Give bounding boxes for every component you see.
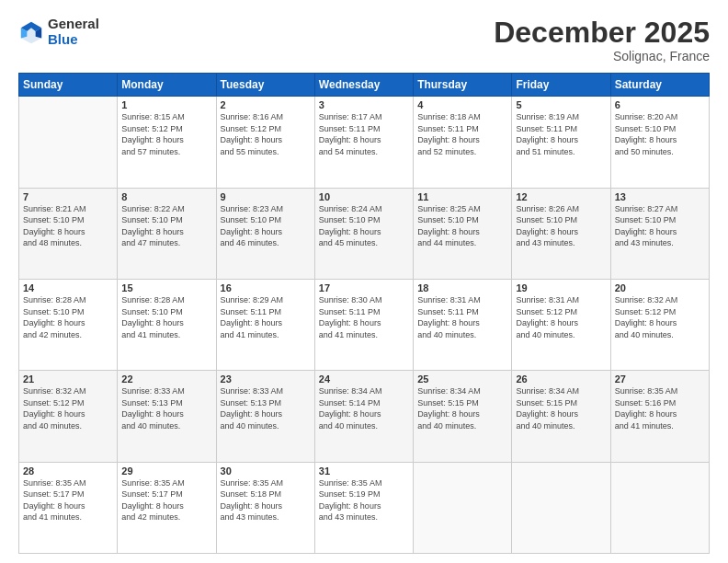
day-number: 13	[615, 191, 705, 202]
day-info: Sunrise: 8:20 AM Sunset: 5:10 PM Dayligh…	[615, 111, 705, 157]
day-number: 28	[23, 465, 113, 477]
calendar-cell: 15Sunrise: 8:28 AM Sunset: 5:10 PM Dayli…	[118, 279, 216, 370]
day-info: Sunrise: 8:21 AM Sunset: 5:10 PM Dayligh…	[23, 203, 113, 249]
day-info: Sunrise: 8:25 AM Sunset: 5:10 PM Dayligh…	[417, 203, 507, 249]
day-info: Sunrise: 8:23 AM Sunset: 5:10 PM Dayligh…	[221, 203, 311, 249]
day-number: 9	[221, 191, 311, 202]
day-info: Sunrise: 8:29 AM Sunset: 5:11 PM Dayligh…	[221, 294, 311, 340]
calendar-cell: 27Sunrise: 8:35 AM Sunset: 5:16 PM Dayli…	[610, 371, 709, 462]
day-info: Sunrise: 8:24 AM Sunset: 5:10 PM Dayligh…	[319, 203, 409, 249]
day-number: 30	[221, 465, 311, 477]
calendar-cell: 25Sunrise: 8:34 AM Sunset: 5:15 PM Dayli…	[414, 371, 512, 462]
day-number: 14	[23, 282, 113, 293]
day-info: Sunrise: 8:28 AM Sunset: 5:10 PM Dayligh…	[23, 294, 113, 340]
calendar-cell: 9Sunrise: 8:23 AM Sunset: 5:10 PM Daylig…	[216, 188, 314, 279]
day-number: 12	[516, 191, 606, 202]
calendar-cell: 24Sunrise: 8:34 AM Sunset: 5:14 PM Dayli…	[314, 371, 413, 462]
subtitle: Solignac, France	[494, 49, 710, 63]
calendar-header-row: SundayMondayTuesdayWednesdayThursdayFrid…	[19, 74, 710, 97]
day-info: Sunrise: 8:27 AM Sunset: 5:10 PM Dayligh…	[615, 203, 705, 249]
calendar-cell: 8Sunrise: 8:22 AM Sunset: 5:10 PM Daylig…	[118, 188, 216, 279]
calendar-cell: 5Sunrise: 8:19 AM Sunset: 5:11 PM Daylig…	[512, 97, 610, 188]
calendar-cell: 1Sunrise: 8:15 AM Sunset: 5:12 PM Daylig…	[118, 97, 216, 188]
calendar-cell: 20Sunrise: 8:32 AM Sunset: 5:12 PM Dayli…	[610, 279, 709, 370]
day-info: Sunrise: 8:28 AM Sunset: 5:10 PM Dayligh…	[121, 294, 211, 340]
day-info: Sunrise: 8:31 AM Sunset: 5:12 PM Dayligh…	[516, 294, 606, 340]
calendar-cell: 19Sunrise: 8:31 AM Sunset: 5:12 PM Dayli…	[512, 279, 610, 370]
day-info: Sunrise: 8:18 AM Sunset: 5:11 PM Dayligh…	[417, 111, 507, 157]
day-number: 5	[516, 99, 606, 110]
calendar-cell: 17Sunrise: 8:30 AM Sunset: 5:11 PM Dayli…	[314, 279, 413, 370]
day-info: Sunrise: 8:22 AM Sunset: 5:10 PM Dayligh…	[121, 203, 211, 249]
day-info: Sunrise: 8:35 AM Sunset: 5:19 PM Dayligh…	[319, 477, 409, 523]
day-number: 11	[417, 191, 507, 202]
calendar-cell: 23Sunrise: 8:33 AM Sunset: 5:13 PM Dayli…	[216, 371, 314, 462]
calendar-cell: 4Sunrise: 8:18 AM Sunset: 5:11 PM Daylig…	[414, 97, 512, 188]
day-info: Sunrise: 8:30 AM Sunset: 5:11 PM Dayligh…	[319, 294, 409, 340]
calendar-cell: 31Sunrise: 8:35 AM Sunset: 5:19 PM Dayli…	[314, 462, 413, 553]
day-info: Sunrise: 8:34 AM Sunset: 5:15 PM Dayligh…	[516, 385, 606, 431]
weekday-header: Saturday	[610, 74, 709, 97]
calendar-cell	[414, 462, 512, 553]
day-number: 7	[23, 191, 113, 202]
calendar-cell: 13Sunrise: 8:27 AM Sunset: 5:10 PM Dayli…	[610, 188, 709, 279]
calendar-cell: 22Sunrise: 8:33 AM Sunset: 5:13 PM Dayli…	[118, 371, 216, 462]
calendar-week-row: 7Sunrise: 8:21 AM Sunset: 5:10 PM Daylig…	[19, 188, 710, 279]
calendar-cell: 6Sunrise: 8:20 AM Sunset: 5:10 PM Daylig…	[610, 97, 709, 188]
calendar-cell: 7Sunrise: 8:21 AM Sunset: 5:10 PM Daylig…	[19, 188, 118, 279]
day-number: 4	[417, 99, 507, 110]
day-info: Sunrise: 8:32 AM Sunset: 5:12 PM Dayligh…	[615, 294, 705, 340]
calendar-cell: 29Sunrise: 8:35 AM Sunset: 5:17 PM Dayli…	[118, 462, 216, 553]
calendar-cell: 14Sunrise: 8:28 AM Sunset: 5:10 PM Dayli…	[19, 279, 118, 370]
day-info: Sunrise: 8:35 AM Sunset: 5:17 PM Dayligh…	[23, 477, 113, 523]
calendar-cell: 18Sunrise: 8:31 AM Sunset: 5:11 PM Dayli…	[414, 279, 512, 370]
day-number: 25	[417, 373, 507, 385]
calendar-cell: 28Sunrise: 8:35 AM Sunset: 5:17 PM Dayli…	[19, 462, 118, 553]
calendar-cell: 16Sunrise: 8:29 AM Sunset: 5:11 PM Dayli…	[216, 279, 314, 370]
day-number: 26	[516, 373, 606, 385]
calendar-cell	[19, 97, 118, 188]
logo-icon	[18, 19, 44, 45]
day-info: Sunrise: 8:33 AM Sunset: 5:13 PM Dayligh…	[121, 385, 211, 431]
page: General Blue December 2025 Solignac, Fra…	[0, 0, 728, 563]
day-info: Sunrise: 8:15 AM Sunset: 5:12 PM Dayligh…	[121, 111, 211, 157]
day-info: Sunrise: 8:31 AM Sunset: 5:11 PM Dayligh…	[417, 294, 507, 340]
logo-text: General Blue	[48, 17, 99, 47]
calendar-cell: 3Sunrise: 8:17 AM Sunset: 5:11 PM Daylig…	[314, 97, 413, 188]
day-info: Sunrise: 8:19 AM Sunset: 5:11 PM Dayligh…	[516, 111, 606, 157]
day-info: Sunrise: 8:35 AM Sunset: 5:18 PM Dayligh…	[221, 477, 311, 523]
calendar-week-row: 21Sunrise: 8:32 AM Sunset: 5:12 PM Dayli…	[19, 371, 710, 462]
day-info: Sunrise: 8:17 AM Sunset: 5:11 PM Dayligh…	[319, 111, 409, 157]
day-number: 22	[121, 373, 211, 385]
weekday-header: Wednesday	[314, 74, 413, 97]
day-info: Sunrise: 8:34 AM Sunset: 5:15 PM Dayligh…	[417, 385, 507, 431]
calendar-cell: 26Sunrise: 8:34 AM Sunset: 5:15 PM Dayli…	[512, 371, 610, 462]
day-number: 1	[121, 99, 211, 110]
calendar-week-row: 1Sunrise: 8:15 AM Sunset: 5:12 PM Daylig…	[19, 97, 710, 188]
day-number: 6	[615, 99, 705, 110]
day-number: 31	[319, 465, 409, 477]
calendar-week-row: 14Sunrise: 8:28 AM Sunset: 5:10 PM Dayli…	[19, 279, 710, 370]
day-number: 19	[516, 282, 606, 293]
day-info: Sunrise: 8:35 AM Sunset: 5:17 PM Dayligh…	[121, 477, 211, 523]
day-number: 24	[319, 373, 409, 385]
calendar-cell: 10Sunrise: 8:24 AM Sunset: 5:10 PM Dayli…	[314, 188, 413, 279]
header: General Blue December 2025 Solignac, Fra…	[18, 17, 710, 63]
day-number: 17	[319, 282, 409, 293]
calendar-cell	[610, 462, 709, 553]
day-number: 2	[221, 99, 311, 110]
title-section: December 2025 Solignac, France	[494, 17, 710, 63]
weekday-header: Tuesday	[216, 74, 314, 97]
day-number: 8	[121, 191, 211, 202]
calendar-week-row: 28Sunrise: 8:35 AM Sunset: 5:17 PM Dayli…	[19, 462, 710, 553]
day-info: Sunrise: 8:16 AM Sunset: 5:12 PM Dayligh…	[221, 111, 311, 157]
day-number: 27	[615, 373, 705, 385]
calendar-cell: 11Sunrise: 8:25 AM Sunset: 5:10 PM Dayli…	[414, 188, 512, 279]
calendar-cell: 2Sunrise: 8:16 AM Sunset: 5:12 PM Daylig…	[216, 97, 314, 188]
day-info: Sunrise: 8:34 AM Sunset: 5:14 PM Dayligh…	[319, 385, 409, 431]
day-number: 29	[121, 465, 211, 477]
day-number: 18	[417, 282, 507, 293]
day-number: 21	[23, 373, 113, 385]
logo: General Blue	[18, 17, 99, 47]
calendar-cell: 12Sunrise: 8:26 AM Sunset: 5:10 PM Dayli…	[512, 188, 610, 279]
